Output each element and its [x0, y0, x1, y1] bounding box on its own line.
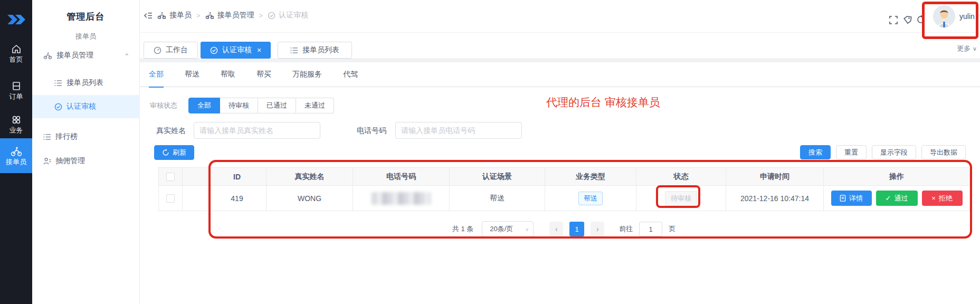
phone-input[interactable]: [395, 122, 522, 139]
collapse-menu-icon[interactable]: [144, 12, 153, 20]
page-tab-bar: 工作台 认证审核 × 接单员列表 更多 ∨: [140, 33, 980, 59]
reset-button[interactable]: 重置: [836, 145, 867, 159]
user-menu[interactable]: yulin ∨: [933, 5, 980, 27]
chevron-up-icon: ^: [126, 53, 128, 58]
more-dropdown[interactable]: 更多 ∨: [957, 44, 977, 53]
column-header-biz-type: 业务类型: [545, 168, 636, 186]
breadcrumb-label: 接单员: [169, 11, 192, 20]
user-name: yulin: [959, 12, 975, 21]
logo-icon: [7, 13, 26, 26]
breadcrumb-item[interactable]: 接单员: [157, 11, 192, 20]
breadcrumb-item-current: 认证审核: [268, 11, 308, 20]
column-header-apply-time: 申请时间: [726, 168, 824, 186]
biz-tab-driving[interactable]: 代驾: [343, 62, 358, 87]
tab-courier-list[interactable]: 接单员列表: [278, 42, 352, 59]
dashboard-icon: [154, 46, 161, 54]
biz-tab-buy[interactable]: 帮买: [256, 62, 271, 87]
breadcrumb: 接单员 > 接单员管理 > 认证审核: [144, 11, 308, 20]
fullscreen-icon[interactable]: [889, 16, 898, 24]
cell-phone: [353, 186, 450, 211]
search-fields-row: 真实姓名 电话号码: [140, 122, 980, 139]
tab-workbench[interactable]: 工作台: [144, 42, 198, 59]
refresh-icon[interactable]: [916, 15, 926, 24]
rail-item-home[interactable]: 首页: [0, 40, 32, 66]
status-filter-label: 审核状态: [150, 101, 177, 110]
list-icon: [54, 80, 62, 87]
breadcrumb-item[interactable]: 接单员管理: [205, 11, 254, 20]
check-circle-icon: [210, 46, 218, 54]
app-logo[interactable]: [0, 13, 32, 26]
status-option-pending[interactable]: 待审核: [220, 98, 258, 113]
rail-item-label: 接单员: [6, 158, 26, 165]
tab-certification-audit[interactable]: 认证审核 ×: [201, 42, 271, 59]
export-data-button[interactable]: 导出数据: [921, 145, 966, 159]
cell-apply-time: 2021-12-16 10:47:14: [726, 186, 824, 211]
tag-icon[interactable]: [903, 15, 912, 24]
rider-icon: [43, 52, 52, 60]
real-name-label: 真实姓名: [156, 126, 186, 136]
row-select-cell: [159, 186, 183, 211]
page-size-select[interactable]: 20条/页 ∨: [482, 221, 534, 237]
menu-item-ranking[interactable]: 排行榜: [32, 128, 140, 146]
menu-item-certification-audit[interactable]: 认证审核: [32, 95, 140, 118]
cell-name: WONG: [267, 186, 353, 211]
status-filter-row: 审核状态 全部 待审核 已通过 未通过: [140, 98, 980, 113]
status-option-rejected[interactable]: 未通过: [296, 98, 334, 113]
list-icon: [290, 47, 298, 54]
select-all-cell: [159, 168, 183, 186]
detail-button[interactable]: 详情: [831, 191, 872, 206]
biz-tab-pickup[interactable]: 帮取: [221, 62, 235, 87]
menu-group-label: 接单员管理: [56, 51, 93, 60]
search-button[interactable]: 搜索: [800, 145, 831, 159]
reject-button[interactable]: × 拒绝: [922, 191, 963, 206]
rail-item-business[interactable]: 业务: [0, 111, 32, 137]
select-all-checkbox[interactable]: [166, 173, 175, 181]
cell-actions: 详情 ✓ 通过 × 拒绝: [824, 186, 970, 211]
status-badge: 待审核: [665, 191, 697, 206]
row-checkbox[interactable]: [166, 194, 175, 203]
column-header-name: 真实姓名: [267, 168, 353, 186]
check-icon: ✓: [886, 194, 891, 202]
person-list-icon: [43, 157, 51, 165]
biz-tab-all[interactable]: 全部: [149, 62, 164, 87]
document-icon: [840, 195, 846, 202]
goto-suffix: 页: [669, 224, 675, 234]
page-number-1[interactable]: 1: [569, 222, 584, 236]
biz-type-tag: 帮送: [578, 192, 603, 205]
show-fields-button[interactable]: 显示字段: [872, 145, 916, 159]
refresh-button[interactable]: 刷新: [154, 145, 194, 160]
goto-page-input[interactable]: [639, 222, 662, 236]
breadcrumb-label: 接单员管理: [217, 11, 254, 20]
rail-item-orders[interactable]: 订单: [0, 77, 32, 103]
expand-column-header: [183, 168, 208, 186]
rail-item-label: 首页: [9, 56, 23, 63]
real-name-input[interactable]: [194, 122, 320, 139]
phone-label: 电话号码: [357, 126, 386, 136]
page-size-value: 20条/页: [490, 224, 513, 234]
next-page-button[interactable]: ›: [591, 222, 604, 236]
menu-item-label: 排行榜: [55, 132, 78, 141]
status-option-all[interactable]: 全部: [188, 98, 220, 113]
biz-tab-universal[interactable]: 万能服务: [292, 62, 322, 87]
more-label: 更多: [957, 44, 971, 52]
approve-label: 通过: [894, 194, 908, 203]
actions-row: 刷新 搜索 重置 显示字段 导出数据: [140, 145, 980, 160]
biz-tab-delivery[interactable]: 帮送: [185, 62, 199, 87]
detail-label: 详情: [849, 194, 863, 203]
goto-label: 前往: [619, 224, 633, 234]
menu-group-courier-management[interactable]: 接单员管理 ^: [32, 46, 140, 64]
table-row: 419 WONG 帮送 帮送 待审核 2021-12-16 10:47:14 详…: [159, 186, 969, 211]
status-option-approved[interactable]: 已通过: [258, 98, 296, 113]
avatar-illustration: [933, 5, 955, 27]
apps-grid-icon: [11, 115, 22, 125]
rail-item-couriers[interactable]: 接单员: [0, 138, 32, 173]
close-icon[interactable]: ×: [257, 46, 261, 54]
approve-button[interactable]: ✓ 通过: [876, 191, 918, 206]
cell-biz-type: 帮送: [545, 186, 636, 211]
prev-page-button[interactable]: ‹: [549, 222, 563, 236]
menu-item-label: 抽佣管理: [55, 156, 85, 166]
menu-item-courier-list[interactable]: 接单员列表: [32, 74, 140, 92]
menu-item-commission[interactable]: 抽佣管理: [32, 152, 140, 170]
menu-item-label: 接单员列表: [66, 78, 103, 88]
reject-label: 拒绝: [939, 194, 953, 203]
